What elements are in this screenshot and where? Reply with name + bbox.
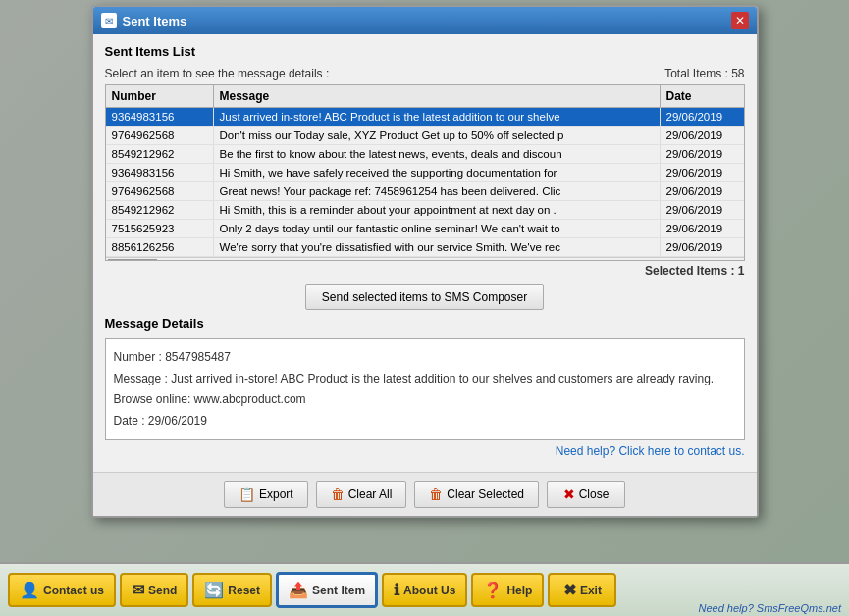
sent-item-button[interactable]: 📤 Sent Item xyxy=(276,572,378,608)
message-value: : Just arrived in-store! ABC Product is … xyxy=(114,372,715,407)
detail-date-line: Date : 29/06/2019 xyxy=(114,411,736,433)
cell-number: 8549212962 xyxy=(106,201,214,219)
cell-message: Be the first to know about the latest ne… xyxy=(214,145,661,163)
horizontal-scrollbar-thumb xyxy=(108,259,157,262)
cell-number: 9764962568 xyxy=(106,127,214,144)
cell-message: Only 2 days today until our fantastic on… xyxy=(214,220,661,237)
table-row[interactable]: 9364983156 Hi Smith, we have safely rece… xyxy=(106,164,744,182)
clear-all-button[interactable]: 🗑 Clear All xyxy=(316,481,407,508)
clear-sel-icon: 🗑 xyxy=(429,487,443,502)
close-label: Close xyxy=(579,488,610,501)
send-btn-row: Send selected items to SMS Composer xyxy=(105,284,745,310)
about-icon: ℹ xyxy=(394,581,399,599)
clear-selected-button[interactable]: 🗑 Clear Selected xyxy=(414,481,539,508)
message-details-box: Number : 8547985487 Message : Just arriv… xyxy=(105,338,745,440)
col-date: Date xyxy=(661,85,744,107)
reset-icon: 🔄 xyxy=(204,581,224,599)
cell-number: 9764962568 xyxy=(106,182,214,200)
clear-label: Clear All xyxy=(348,488,393,501)
table-row[interactable]: 8549212962 Hi Smith, this is a reminder … xyxy=(106,201,744,220)
clear-icon: 🗑 xyxy=(331,487,345,502)
dialog-title-text: Sent Items xyxy=(123,14,187,28)
send-icon: ✉ xyxy=(132,581,144,599)
message-details-title: Message Details xyxy=(105,316,745,331)
table-row[interactable]: 9764962568 Don't miss our Today sale, XY… xyxy=(106,127,744,145)
col-number: Number xyxy=(106,85,214,107)
table-scroll-area[interactable]: 9364983156 Just arrived in-store! ABC Pr… xyxy=(106,108,744,257)
export-label: Export xyxy=(259,488,293,501)
sent-items-dialog: ✉ Sent Items ✕ Sent Items List Select an… xyxy=(91,5,759,518)
watermark: Need help? SmsFreeQms.net xyxy=(698,602,841,614)
clear-selected-label: Clear Selected xyxy=(447,488,524,501)
cell-message: Don't miss our Today sale, XYZ Product G… xyxy=(214,127,661,144)
reset-label: Reset xyxy=(228,584,260,597)
contact-us-label: Contact us xyxy=(43,584,104,597)
help-link[interactable]: Need help? Click here to contact us. xyxy=(556,444,745,458)
date-label: Date xyxy=(114,414,138,428)
dialog-icon: ✉ xyxy=(101,13,117,28)
help-link-row: Need help? Click here to contact us. xyxy=(105,440,745,462)
date-value: : 29/06/2019 xyxy=(141,414,207,428)
table-row[interactable]: 9364983156 Just arrived in-store! ABC Pr… xyxy=(106,108,744,127)
cell-date: 29/06/2019 xyxy=(661,182,744,200)
table-row[interactable]: 8549212962 Be the first to know about th… xyxy=(106,145,744,164)
cell-date: 29/06/2019 xyxy=(661,127,744,144)
table-row[interactable]: 7515625923 Only 2 days today until our f… xyxy=(106,220,744,238)
cell-message: Great news! Your package ref: 7458961254… xyxy=(214,182,661,200)
cell-date: 29/06/2019 xyxy=(661,108,744,126)
cell-date: 29/06/2019 xyxy=(661,220,744,237)
reset-button[interactable]: 🔄 Reset xyxy=(192,573,272,607)
cell-message: Hi Smith, we have safely received the su… xyxy=(214,164,661,181)
cell-number: 8856126256 xyxy=(106,238,214,256)
sent-item-icon: 📤 xyxy=(289,581,308,599)
detail-number-line: Number : 8547985487 xyxy=(114,347,736,369)
cell-number: 8549212962 xyxy=(106,145,214,163)
dialog-close-button[interactable]: ✕ xyxy=(731,12,749,29)
cell-date: 29/06/2019 xyxy=(661,238,744,256)
sent-items-section-title: Sent Items List xyxy=(105,44,745,59)
send-selected-button[interactable]: Send selected items to SMS Composer xyxy=(305,284,544,310)
number-value: : 8547985487 xyxy=(159,350,231,364)
dialog-overlay: ✉ Sent Items ✕ Sent Items List Select an… xyxy=(0,0,849,616)
help-label: Help xyxy=(506,584,532,597)
help-icon: ❓ xyxy=(483,581,503,599)
cell-date: 29/06/2019 xyxy=(661,201,744,219)
cell-date: 29/06/2019 xyxy=(661,164,744,181)
sent-items-table: Number Message Date 9364983156 Just arri… xyxy=(105,84,745,261)
contact-icon: 👤 xyxy=(20,581,39,599)
message-details-section: Message Details Number : 8547985487 Mess… xyxy=(105,316,745,440)
dialog-footer: 📋 Export 🗑 Clear All 🗑 Clear Selected ✖ … xyxy=(93,472,757,516)
selected-items-bar: Selected Items : 1 xyxy=(105,261,745,281)
total-items-label: Total Items : 58 xyxy=(664,67,744,80)
cell-date: 29/06/2019 xyxy=(661,145,744,163)
cell-message: We're sorry that you're dissatisfied wit… xyxy=(214,238,661,256)
dialog-titlebar: ✉ Sent Items ✕ xyxy=(93,7,757,34)
number-label: Number xyxy=(114,350,156,364)
detail-message-line: Message : Just arrived in-store! ABC Pro… xyxy=(114,369,736,411)
send-label: Send xyxy=(148,584,177,597)
about-us-label: About Us xyxy=(403,584,455,597)
cell-number: 7515625923 xyxy=(106,220,214,237)
export-button[interactable]: 📋 Export xyxy=(224,481,308,508)
dialog-title-left: ✉ Sent Items xyxy=(101,13,187,28)
export-icon: 📋 xyxy=(239,487,255,502)
list-instruction: Select an item to see the message detail… xyxy=(105,67,330,80)
contact-us-button[interactable]: 👤 Contact us xyxy=(8,573,116,607)
dialog-body: Sent Items List Select an item to see th… xyxy=(93,34,757,472)
list-header-row: Select an item to see the message detail… xyxy=(105,67,745,80)
sent-item-label: Sent Item xyxy=(312,584,365,597)
table-row[interactable]: 8856126256 We're sorry that you're dissa… xyxy=(106,238,744,257)
table-row[interactable]: 9764962568 Great news! Your package ref:… xyxy=(106,182,744,201)
cell-message: Hi Smith, this is a reminder about your … xyxy=(214,201,661,219)
exit-icon: ✖ xyxy=(563,581,576,599)
cell-message: Just arrived in-store! ABC Product is th… xyxy=(214,108,661,126)
about-us-button[interactable]: ℹ About Us xyxy=(382,573,467,607)
close-button[interactable]: ✖ Close xyxy=(547,481,625,508)
exit-button[interactable]: ✖ Exit xyxy=(548,573,616,607)
cell-number: 9364983156 xyxy=(106,164,214,181)
exit-label: Exit xyxy=(580,584,602,597)
close-icon: ✖ xyxy=(563,487,575,502)
horizontal-scrollbar[interactable] xyxy=(106,257,744,261)
send-button[interactable]: ✉ Send xyxy=(120,573,188,607)
help-button[interactable]: ❓ Help xyxy=(471,573,544,607)
